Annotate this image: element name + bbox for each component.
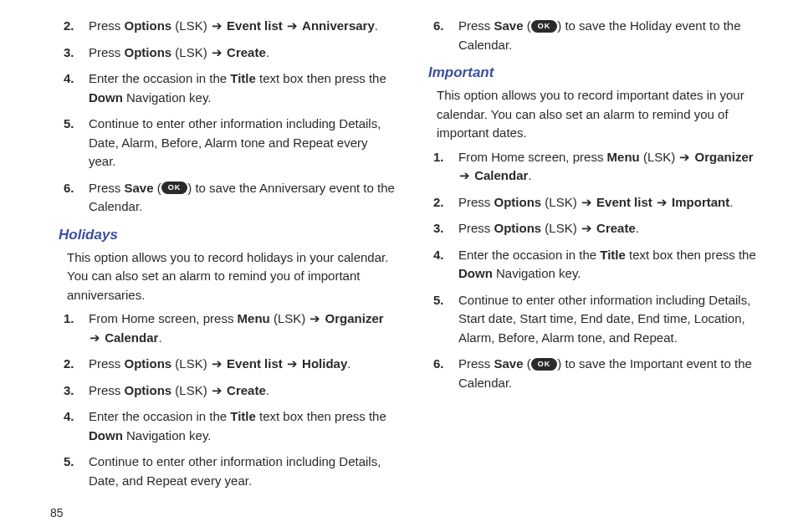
step-number: 1. (433, 148, 444, 167)
bold-text: Save (494, 356, 524, 371)
left-column: 2.Press Options (LSK) ➔ Event list ➔ Ann… (59, 17, 395, 498)
step-item: 6.Press Save (OK) to save the Anniversar… (59, 179, 395, 217)
important-steps: 1.From Home screen, press Menu (LSK) ➔ O… (428, 148, 765, 393)
bold-text: Down (458, 266, 493, 280)
step-number: 2. (64, 355, 74, 374)
anniversary-steps: 2.Press Options (LSK) ➔ Event list ➔ Ann… (59, 17, 395, 217)
bold-text: Calendar (105, 330, 158, 345)
step-item: 2.Press Options (LSK) ➔ Event list ➔ Hol… (59, 355, 395, 374)
step-number: 6. (433, 17, 444, 36)
arrow-icon: ➔ (657, 193, 668, 212)
bold-text: Options (494, 221, 542, 235)
page: 2.Press Options (LSK) ➔ Event list ➔ Ann… (0, 0, 798, 506)
bold-text: Save (494, 18, 524, 33)
bold-text: Anniversary (302, 18, 375, 33)
step-number: 3. (64, 381, 74, 401)
bold-text: Create (596, 221, 636, 235)
step-item: 3.Press Options (LSK) ➔ Create. (428, 219, 765, 238)
arrow-icon: ➔ (212, 355, 223, 374)
right-column: 6.Press Save (OK) to save the Holiday ev… (428, 17, 765, 498)
ok-button-icon: OK (161, 182, 188, 194)
bold-text: Title (230, 409, 256, 423)
bold-text: Organizer (695, 150, 754, 164)
arrow-icon: ➔ (459, 166, 470, 186)
holiday-save-step: 6.Press Save (OK) to save the Holiday ev… (428, 17, 765, 54)
bold-text: Down (89, 90, 123, 105)
step-item: 2.Press Options (LSK) ➔ Event list ➔ Ann… (59, 17, 395, 36)
bold-text: Title (600, 248, 626, 262)
step-number: 2. (433, 193, 444, 212)
step-item: 4.Enter the occasion in the Title text b… (428, 246, 765, 284)
step-number: 5. (433, 291, 444, 310)
bold-text: Menu (238, 311, 270, 325)
arrow-icon: ➔ (581, 219, 592, 238)
step-number: 4. (64, 407, 74, 427)
bold-text: Calendar (474, 168, 528, 182)
step-number: 3. (64, 43, 74, 63)
step-number: 5. (64, 115, 74, 134)
holidays-steps: 1.From Home screen, press Menu (LSK) ➔ O… (59, 309, 395, 490)
arrow-icon: ➔ (212, 43, 223, 63)
step-item: 6.Press Save (OK) to save the Holiday ev… (428, 17, 765, 54)
step-item: 5.Continue to enter other information in… (428, 291, 765, 348)
step-number: 1. (64, 309, 74, 329)
step-item: 5.Continue to enter other information in… (59, 453, 395, 490)
step-item: 1.From Home screen, press Menu (LSK) ➔ O… (59, 309, 395, 347)
bold-text: Event list (227, 356, 283, 371)
step-item: 3.Press Options (LSK) ➔ Create. (59, 43, 395, 63)
step-number: 4. (433, 246, 444, 265)
holidays-intro: This option allows you to record holiday… (67, 248, 395, 305)
bold-text: Options (125, 18, 172, 33)
important-heading: Important (428, 64, 765, 81)
bold-text: Create (227, 45, 266, 59)
bold-text: Event list (227, 18, 283, 33)
bold-text: Organizer (325, 311, 384, 325)
step-number: 6. (433, 355, 444, 374)
arrow-icon: ➔ (581, 193, 592, 212)
step-number: 5. (64, 453, 74, 472)
bold-text: Options (125, 356, 172, 371)
step-item: 4.Enter the occasion in the Title text b… (59, 69, 395, 107)
arrow-icon: ➔ (90, 329, 100, 348)
bold-text: Menu (607, 150, 640, 164)
step-item: 3.Press Options (LSK) ➔ Create. (59, 381, 395, 401)
step-item: 2.Press Options (LSK) ➔ Event list ➔ Imp… (428, 193, 765, 212)
step-item: 6.Press Save (OK) to save the Important … (428, 355, 765, 392)
step-item: 4.Enter the occasion in the Title text b… (59, 407, 395, 445)
step-number: 4. (64, 69, 74, 89)
arrow-icon: ➔ (287, 355, 298, 374)
bold-text: Options (125, 383, 172, 397)
page-number: 85 (50, 506, 64, 519)
arrow-icon: ➔ (679, 148, 690, 167)
ok-button-icon: OK (531, 358, 558, 371)
bold-text: Create (227, 383, 266, 397)
step-number: 6. (64, 179, 74, 198)
bold-text: Event list (596, 195, 652, 209)
step-number: 2. (64, 17, 74, 36)
step-item: 5.Continue to enter other information in… (59, 115, 395, 171)
arrow-icon: ➔ (212, 381, 223, 401)
holidays-heading: Holidays (59, 227, 395, 243)
bold-text: Holiday (302, 356, 347, 371)
arrow-icon: ➔ (212, 17, 223, 36)
arrow-icon: ➔ (287, 17, 298, 36)
bold-text: Options (125, 45, 172, 59)
step-item: 1.From Home screen, press Menu (LSK) ➔ O… (428, 148, 765, 186)
bold-text: Important (672, 195, 729, 209)
bold-text: Options (494, 195, 542, 209)
important-intro: This option allows you to record importa… (437, 86, 765, 143)
bold-text: Save (125, 181, 154, 195)
bold-text: Title (230, 71, 256, 85)
bold-text: Down (89, 428, 123, 442)
step-number: 3. (433, 219, 444, 238)
arrow-icon: ➔ (309, 309, 320, 329)
ok-button-icon: OK (531, 20, 558, 33)
